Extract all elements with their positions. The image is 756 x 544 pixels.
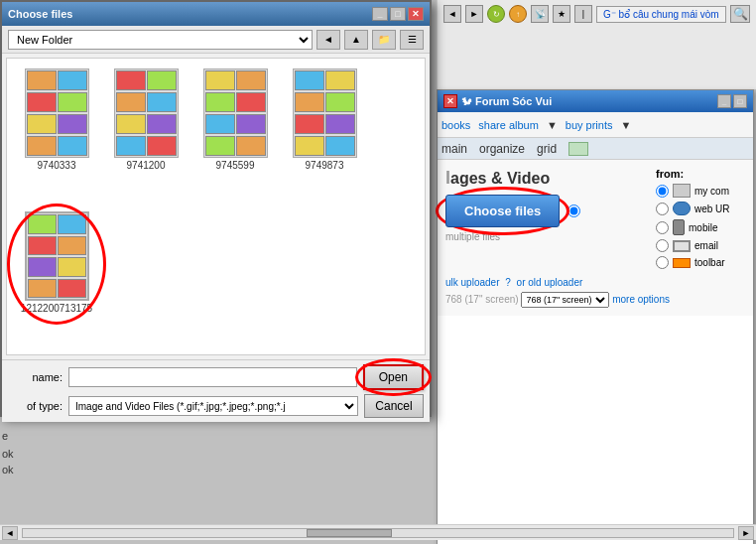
toolbar-icon	[673, 258, 691, 268]
browser-back-btn[interactable]: ◄	[443, 5, 461, 23]
dialog-titlebar: Choose files _ □ ✕	[2, 2, 430, 26]
file-thumbnail	[203, 68, 268, 158]
view-toolbar: main organize grid	[438, 138, 753, 160]
open-button[interactable]: Open	[363, 364, 424, 390]
back-button[interactable]: ◄	[316, 30, 340, 50]
scrollbar-thumb[interactable]	[307, 529, 392, 537]
organize-btn[interactable]: organize	[479, 142, 525, 156]
list-item[interactable]: 9749873	[285, 68, 364, 202]
web-url-label: web UR	[694, 204, 730, 214]
books-label[interactable]: books	[441, 119, 470, 131]
forward-button[interactable]: ▲	[344, 30, 368, 50]
dialog-bottom: name: Open of type: Image and Video File…	[2, 359, 430, 422]
filetype-select[interactable]: Image and Video Files (*.gif;*.jpg;*.jpe…	[68, 396, 358, 416]
hint-link[interactable]: ?	[505, 277, 511, 288]
buy-prints-label[interactable]: buy prints	[566, 119, 613, 131]
email-label: email	[694, 240, 718, 251]
file-name: 9749873	[306, 160, 344, 171]
stop-btn[interactable]: ↑	[509, 5, 527, 23]
horizontal-scrollbar[interactable]	[22, 528, 734, 538]
scroll-right-btn[interactable]: ►	[738, 526, 754, 540]
forum-toolbar: books share album ▼ buy prints ▼	[438, 112, 753, 138]
file-name: 9741200	[127, 160, 166, 171]
file-thumbnail	[25, 211, 89, 301]
radio-my-computer[interactable]	[656, 185, 669, 198]
choose-files-wrapper: Choose files	[445, 195, 560, 227]
browser-nav: ◄ ► ↻ ↑ 📡 ★ | G⁻ bổ câu chung mái vòm 🔍	[438, 0, 756, 28]
cancel-button[interactable]: Cancel	[364, 394, 424, 418]
file-name: 9740333	[38, 160, 76, 171]
dialog-title: Choose files	[8, 8, 72, 20]
search-go-btn[interactable]: 🔍	[730, 5, 750, 23]
main-view-btn[interactable]: main	[441, 142, 467, 156]
forum-close-btn[interactable]: ✕	[443, 94, 457, 108]
list-item[interactable]: 9741200	[106, 68, 186, 202]
radio-web-url[interactable]	[656, 203, 669, 215]
upload-area: Iages & Video Choose files multiple file…	[438, 160, 753, 316]
source-my-computer[interactable]: my com	[656, 184, 745, 198]
from-section: from: my com web UR mo	[656, 168, 745, 269]
bulk-uploader-link[interactable]: ulk uploader	[445, 277, 499, 288]
forum-min-btn[interactable]: _	[717, 94, 731, 108]
minimize-button[interactable]: _	[372, 7, 388, 21]
upload-left: Iages & Video Choose files multiple file…	[445, 168, 646, 242]
file-thumbnail	[293, 68, 357, 158]
maximize-button[interactable]: □	[390, 7, 406, 21]
refresh-btn[interactable]: ↻	[487, 5, 505, 23]
source-list: my com web UR mobile	[656, 184, 745, 269]
file-thumbnail	[25, 68, 89, 158]
radio-mobile[interactable]	[656, 221, 669, 234]
view-icon-1	[568, 142, 588, 156]
more-options-link[interactable]: more options	[612, 294, 670, 305]
close-button[interactable]: ✕	[408, 7, 424, 21]
radio-select[interactable]	[567, 204, 580, 217]
radio-email[interactable]	[656, 239, 669, 252]
resolution-select[interactable]: 768 (17" screen)	[521, 292, 609, 308]
filename-row: name: Open	[8, 364, 424, 390]
grid-btn[interactable]: grid	[537, 142, 557, 156]
file-name: 1212200713175	[21, 303, 92, 314]
radio-toolbar[interactable]	[656, 256, 669, 269]
list-item[interactable]: 1212200713175	[17, 211, 96, 344]
web-icon	[673, 202, 691, 215]
forum-max-btn[interactable]: □	[733, 94, 747, 108]
file-name: 9745599	[216, 160, 255, 171]
new-folder-button[interactable]: 📁	[372, 30, 396, 50]
source-mobile[interactable]: mobile	[656, 219, 745, 235]
star-icon: ★	[553, 5, 570, 23]
search-text: bổ câu chung mái vòm	[619, 9, 719, 20]
source-web-url[interactable]: web UR	[656, 202, 745, 215]
filename-input[interactable]	[68, 367, 357, 387]
old-uploader-link[interactable]: or old uploader	[517, 277, 583, 288]
scroll-left-btn[interactable]: ◄	[2, 526, 18, 540]
share-album-label[interactable]: share album	[478, 119, 539, 131]
computer-icon	[673, 184, 691, 198]
search-box[interactable]: G⁻ bổ câu chung mái vòm	[596, 6, 726, 23]
folder-select[interactable]: New Folder	[8, 30, 313, 50]
status-bar: ◄ ►	[0, 524, 756, 540]
browser-forward-btn[interactable]: ►	[465, 5, 483, 23]
uploader-links: ulk uploader ? or old uploader	[445, 277, 745, 288]
file-dialog: Choose files _ □ ✕ New Folder ◄ ▲ 📁 ☰	[0, 0, 432, 417]
source-email[interactable]: email	[656, 239, 745, 252]
file-grid: 9740333	[6, 58, 426, 355]
mobile-icon	[673, 219, 685, 235]
filetype-row: of type: Image and Video Files (*.gif;*.…	[8, 394, 424, 418]
list-item[interactable]: 9740333	[17, 68, 96, 202]
choose-files-button[interactable]: Choose files	[445, 195, 560, 227]
forum-icon: 🐿	[461, 96, 471, 107]
ok-label-2: ok	[0, 462, 60, 477]
view-button[interactable]: ☰	[400, 30, 424, 50]
toolbar-label: toolbar	[694, 257, 725, 268]
e-label: e	[0, 426, 60, 446]
email-icon	[673, 240, 691, 252]
browser-topbar: ◄ ► ↻ ↑ 📡 ★ | G⁻ bổ câu chung mái vòm 🔍	[437, 0, 756, 89]
upload-content: Iages & Video Choose files multiple file…	[445, 168, 745, 269]
separator: |	[574, 5, 592, 23]
source-toolbar[interactable]: toolbar	[656, 256, 745, 269]
my-computer-label: my com	[694, 186, 729, 197]
resolution-info: 768 (17" screen) 768 (17" screen) more o…	[445, 292, 745, 308]
upload-title: Iages & Video	[445, 168, 646, 189]
list-item[interactable]: 9745599	[195, 68, 275, 202]
from-label: from:	[656, 168, 745, 180]
